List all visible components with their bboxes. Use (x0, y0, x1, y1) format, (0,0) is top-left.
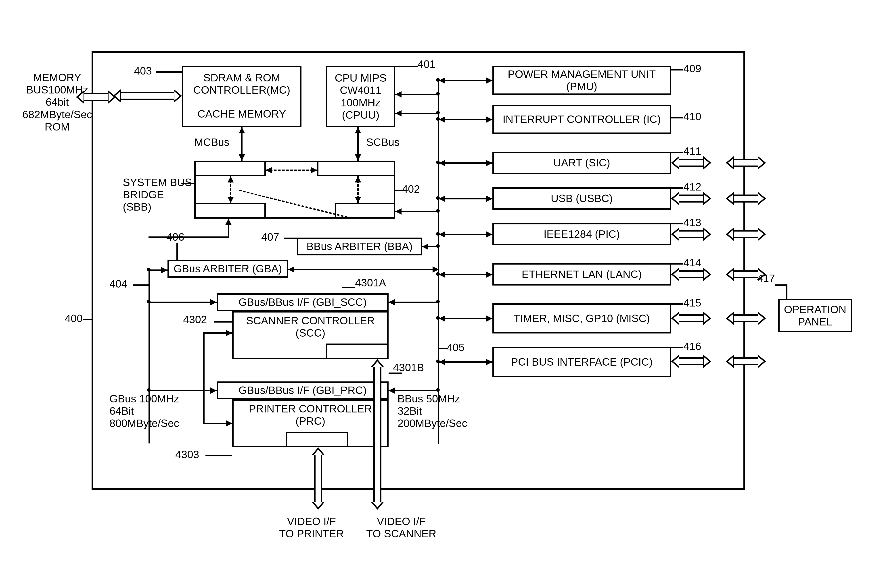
scc-port (326, 344, 388, 359)
bus-arrow-memory (76, 90, 116, 104)
ext-arrow-misc-1 (671, 312, 711, 325)
ext-arrow-ieee-2 (726, 228, 766, 241)
ext-arrow-uart-2 (726, 156, 766, 170)
prc-port (286, 432, 348, 447)
ext-arrow-misc-2 (726, 312, 766, 325)
gbiprc-to-bbus (388, 390, 439, 391)
bbus-to-ic (439, 119, 492, 120)
chip-ref: 400 (65, 312, 83, 324)
lead-lan (671, 263, 683, 264)
bbus-to-pmu (439, 80, 492, 81)
sbb-port-tr (317, 160, 395, 176)
gbiscc-to-bbus (388, 302, 439, 303)
lead-ieee (671, 223, 683, 224)
sbb-ref: 402 (402, 183, 420, 195)
gba-to-bbus (288, 269, 439, 270)
bba-ref: 407 (261, 231, 279, 243)
sbb-dash3 (266, 170, 317, 171)
uart-ref: 411 (683, 145, 701, 157)
lan-ref: 414 (683, 256, 701, 269)
sbb-to-bbus (395, 211, 439, 212)
bbus-to-usb (439, 198, 492, 200)
ic-ref: 410 (683, 110, 701, 123)
ic-to-cpu (395, 112, 439, 114)
pmu-block: POWER MANAGEMENT UNIT (PMU) (492, 66, 671, 95)
gbus-to-gbiscc (149, 302, 217, 303)
lead-gbi-prc (388, 372, 402, 374)
operation-panel-block: OPERATION PANEL (778, 299, 852, 332)
gbi-scc-ref: 4301A (355, 277, 386, 289)
usb-block: USB (USBC) (492, 188, 671, 210)
lead-scc (214, 321, 232, 322)
ext-arrow-ieee-1 (671, 228, 711, 241)
bbus-ref: 405 (447, 341, 465, 354)
lead-pmu (671, 69, 683, 70)
mc-top: SDRAM & ROM CONTROLLER(MC) (183, 67, 300, 100)
operation-panel-ref: 417 (757, 272, 775, 284)
gba-block: GBus ARBITER (GBA) (167, 260, 288, 278)
uart-block: UART (SIC) (492, 152, 671, 174)
gbus-spec: GBus 100MHz 64Bit 800MByte/Sec (110, 393, 179, 430)
pcic-ref: 416 (683, 340, 701, 352)
misc-ref: 415 (683, 297, 701, 309)
lead-ic (671, 117, 683, 118)
bba-block: BBus ARBITER (BBA) (297, 238, 422, 255)
gbus-ref: 404 (110, 278, 127, 290)
gbi-prc-ref: 4301B (393, 362, 424, 374)
gbus-to-gbiprc (149, 390, 217, 391)
scc-ref: 4302 (183, 314, 207, 326)
mc-block: SDRAM & ROM CONTROLLER(MC) CACHE MEMORY (182, 66, 301, 127)
ext-arrow-pcic-1 (671, 355, 711, 368)
cpu-block: CPU MIPS CW4011 100MHz (CPUU) (326, 66, 395, 127)
mc-bottom: CACHE MEMORY (197, 102, 286, 126)
ext-arrow-uart-1 (671, 156, 711, 170)
diagram-canvas: MEMORY BUS100MHz 64bit 682MByte/Sec ROM … (0, 0, 885, 588)
lead-sbb-ref (395, 190, 404, 191)
prc-text: PRINTER CONTROLLER (PRC) (241, 403, 380, 427)
usb-ref: 412 (683, 181, 701, 193)
bbus-spec: BBus 50MHz 32Bit 200MByte/Sec (397, 393, 467, 430)
lead-cpu (395, 66, 418, 67)
lead-bba (284, 238, 297, 239)
bbus-to-pcic (439, 362, 492, 363)
cpu-to-bbus (395, 94, 439, 95)
video-printer-label: VIDEO I/F TO PRINTER (279, 515, 344, 540)
sbb-to-gbus-h (149, 237, 229, 238)
mc-ref: 403 (134, 65, 152, 77)
lead-gba (176, 243, 178, 260)
ext-arrow-usb-1 (671, 192, 711, 205)
lead-misc (671, 303, 683, 305)
lead-usb (671, 188, 683, 189)
lead-prc (205, 455, 232, 456)
bus-arrow-mc (113, 89, 182, 103)
sbb-port-tl (194, 160, 266, 176)
gbi-scc-block: GBus/BBus I/F (GBI_SCC) (217, 293, 388, 311)
bbus-to-uart (439, 162, 492, 164)
inner-route-v (203, 332, 205, 424)
cpu-ref: 401 (418, 58, 435, 70)
scc-text: SCANNER CONTROLLER (SCC) (241, 315, 380, 339)
scbus-label: SCBus (366, 136, 399, 148)
gbi-prc-block: GBus/BBus I/F (GBI_PRC) (217, 381, 388, 399)
lead-sbb (181, 183, 194, 184)
ext-arrow-pcic-2 (726, 355, 766, 368)
lead-mc (157, 71, 182, 73)
lead-op (786, 284, 787, 299)
prc-ref: 4303 (175, 448, 199, 460)
ic-block: INTERRUPT CONTROLLER (IC) (492, 105, 671, 134)
ext-arrow-lan-1 (671, 268, 711, 281)
pmu-ref: 409 (683, 63, 701, 75)
misc-block: TIMER, MISC, GP10 (MISC) (492, 303, 671, 333)
lead-404 (133, 284, 149, 286)
ext-arrow-usb-2 (726, 192, 766, 205)
lead-gbi-scc (342, 286, 355, 288)
video-scanner-label: VIDEO I/F TO SCANNER (366, 515, 436, 540)
video-printer-arrow (312, 447, 325, 510)
lead-uart (671, 152, 683, 153)
lan-block: ETHERNET LAN (LANC) (492, 263, 671, 285)
bbus-to-misc (439, 318, 492, 319)
sbb-label: SYSTEM BUS BRIDGE (SBB) (123, 176, 192, 213)
ieee-ref: 413 (683, 216, 701, 229)
pcic-block: PCI BUS INTERFACE (PCIC) (492, 347, 671, 377)
video-scanner-arrow (371, 359, 384, 510)
